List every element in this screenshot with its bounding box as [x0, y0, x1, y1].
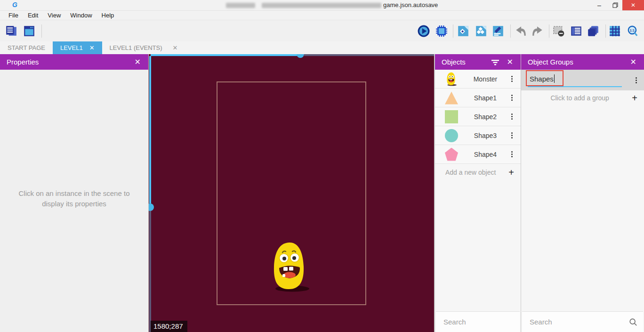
minimize-icon: –: [597, 1, 601, 9]
zoom-1-1-button[interactable]: 1:1: [626, 24, 639, 38]
play-icon: [418, 25, 430, 37]
object-row-shape2[interactable]: Shape2: [435, 107, 521, 126]
monster-thumbnail-icon: [441, 72, 462, 86]
properties-title: Properties: [7, 58, 39, 66]
toolbar: 1:1: [0, 21, 644, 41]
project-manager-button[interactable]: [5, 24, 18, 38]
objects-panel: Objects ✕: [434, 54, 521, 332]
debug-button[interactable]: [435, 24, 448, 38]
restore-button[interactable]: [608, 0, 622, 10]
instances-button[interactable]: [475, 24, 488, 38]
object-menu-icon[interactable]: [508, 95, 515, 101]
triangle-thumbnail-icon: [445, 91, 458, 105]
delete-selection-button[interactable]: [552, 24, 565, 38]
close-panel-icon[interactable]: ✕: [506, 57, 514, 66]
object-row-monster[interactable]: Monster: [435, 70, 521, 89]
export-object-button[interactable]: [457, 24, 470, 38]
close-panel-icon[interactable]: ✕: [629, 57, 637, 66]
object-menu-icon[interactable]: [508, 76, 515, 82]
group-menu-icon[interactable]: [633, 77, 639, 83]
objects-header: Objects ✕: [435, 54, 521, 70]
edit-scene-button[interactable]: [491, 24, 505, 38]
export-object-icon: [457, 25, 469, 37]
object-menu-icon[interactable]: [508, 132, 515, 138]
object-menu-icon[interactable]: [508, 113, 515, 120]
groups-search: [522, 311, 643, 332]
restore-icon: [612, 2, 618, 8]
vertical-scrollbar[interactable]: [149, 211, 151, 332]
vertical-scrollbar[interactable]: [149, 56, 151, 203]
undo-icon: [515, 25, 527, 37]
close-button[interactable]: ✕: [622, 0, 644, 10]
objects-list: Monster Shape1 Shape2 Shape3 Shape4: [435, 70, 521, 181]
add-object-button[interactable]: Add a new object +: [435, 164, 521, 181]
properties-panel: Properties ✕ Click on an instance in the…: [0, 54, 149, 332]
horizontal-scrollbar-thumb[interactable]: [297, 54, 304, 58]
square-thumbnail-icon: [445, 110, 458, 123]
close-panel-icon[interactable]: ✕: [134, 57, 142, 66]
object-name: Shape3: [462, 132, 508, 139]
svg-text:1:1: 1:1: [630, 29, 635, 32]
object-row-shape4[interactable]: Shape4: [435, 145, 521, 164]
layers-icon: [587, 25, 599, 37]
object-groups-title: Object Groups: [528, 58, 573, 66]
menu-edit[interactable]: Edit: [23, 11, 43, 20]
undo-button[interactable]: [514, 24, 527, 38]
search-icon: [629, 318, 637, 326]
redo-button[interactable]: [531, 24, 544, 38]
plus-icon: +: [508, 167, 514, 178]
menu-help[interactable]: Help: [97, 11, 119, 20]
debug-icon: [435, 25, 448, 37]
add-group-label: Click to add a group: [528, 94, 632, 102]
layers-button[interactable]: [587, 24, 600, 38]
annotation-highlight-box: [526, 70, 564, 86]
menu-view[interactable]: View: [43, 11, 65, 20]
layers-list-button[interactable]: [570, 24, 583, 38]
menu-window[interactable]: Window: [65, 11, 97, 20]
title-bar: G game.json.autosave – ✕: [0, 0, 644, 10]
tab-level1-events[interactable]: LEVEL1 (EVENTS) ✕: [102, 41, 185, 54]
groups-search-input[interactable]: [530, 318, 629, 326]
menu-file[interactable]: File: [4, 11, 23, 20]
menu-bar: File Edit View Window Help: [0, 10, 644, 20]
object-name: Shape1: [462, 94, 508, 102]
pentagon-thumbnail-icon: [445, 148, 458, 161]
object-name: Monster: [462, 75, 508, 83]
grid-button[interactable]: [608, 24, 621, 38]
play-button[interactable]: [417, 24, 430, 38]
tab-level1[interactable]: LEVEL1 ✕: [53, 41, 102, 54]
grid-icon: [609, 25, 621, 37]
object-menu-icon[interactable]: [508, 151, 515, 157]
object-row-shape1[interactable]: Shape1: [435, 89, 521, 107]
redo-icon: [531, 25, 544, 37]
circle-thumbnail-icon: [445, 129, 458, 142]
tab-label: LEVEL1 (EVENTS): [110, 44, 162, 51]
tab-close-icon[interactable]: ✕: [173, 44, 178, 51]
start-page-icon: [23, 25, 35, 37]
monster-instance[interactable]: [271, 241, 310, 293]
edit-scene-icon: [492, 25, 504, 37]
horizontal-scrollbar[interactable]: [151, 54, 300, 56]
objects-title: Objects: [442, 58, 466, 66]
start-page-button[interactable]: [23, 24, 36, 38]
scene-canvas[interactable]: 1580;287: [149, 54, 434, 332]
object-groups-panel: Object Groups ✕ Shapes Click to add a gr…: [521, 54, 644, 332]
tab-label: START PAGE: [8, 44, 45, 51]
objects-search: [436, 311, 520, 332]
plus-icon: +: [632, 93, 637, 104]
properties-empty-message: Click on an instance in the scene to dis…: [8, 188, 141, 209]
vertical-scrollbar-thumb[interactable]: [149, 203, 154, 211]
gdevelop-window: G game.json.autosave – ✕ File Edit View …: [0, 0, 644, 332]
layers-list-icon: [570, 25, 582, 37]
filter-icon[interactable]: [491, 58, 499, 66]
tab-label: LEVEL1: [60, 44, 83, 51]
add-group-button[interactable]: Click to add a group +: [521, 90, 644, 105]
object-row-shape3[interactable]: Shape3: [435, 126, 521, 145]
group-name-input-underline: [528, 86, 622, 87]
tab-start-page[interactable]: START PAGE: [0, 41, 53, 54]
minimize-button[interactable]: –: [592, 0, 606, 10]
window-title-redacted: [226, 3, 255, 8]
delete-selection-icon: [553, 25, 565, 37]
tab-close-icon[interactable]: ✕: [89, 44, 95, 51]
horizontal-scrollbar[interactable]: [304, 54, 434, 56]
